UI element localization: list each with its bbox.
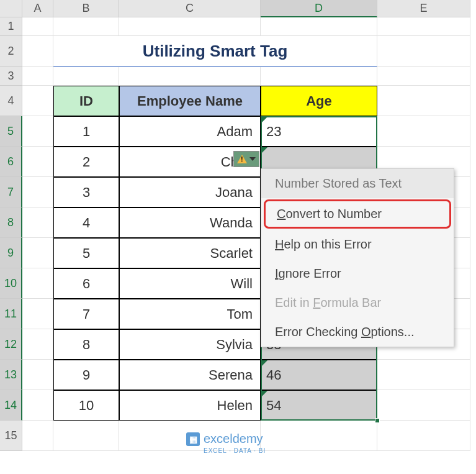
cell-E5[interactable] xyxy=(377,116,470,147)
cell-A14[interactable] xyxy=(22,390,53,421)
cell-A7[interactable] xyxy=(22,177,53,207)
cell-name-10[interactable]: Will xyxy=(119,268,261,299)
row-header-5[interactable]: 5 xyxy=(0,116,22,147)
row-header-6[interactable]: 6 xyxy=(0,147,22,177)
cell-id-6[interactable]: 2 xyxy=(53,147,119,177)
cell-A5[interactable] xyxy=(22,116,53,147)
row-header-14[interactable]: 14 xyxy=(0,390,22,421)
row-header-8[interactable]: 8 xyxy=(0,207,22,238)
cell-A4[interactable] xyxy=(22,86,53,116)
header-name[interactable]: Employee Name xyxy=(119,86,261,116)
cell-A2[interactable] xyxy=(22,36,53,67)
row-header-3[interactable]: 3 xyxy=(0,67,22,86)
cell-E3[interactable] xyxy=(377,67,470,86)
col-header-C[interactable]: C xyxy=(119,0,261,17)
cell-A3[interactable] xyxy=(22,67,53,86)
col-header-D[interactable]: D xyxy=(261,0,377,17)
cell-id-9[interactable]: 5 xyxy=(53,238,119,268)
watermark-text: exceldemy xyxy=(204,432,263,446)
cell-name-5[interactable]: Adam xyxy=(119,116,261,147)
cell-id-13[interactable]: 9 xyxy=(53,360,119,390)
row-header-9[interactable]: 9 xyxy=(0,238,22,268)
col-header-B[interactable]: B xyxy=(53,0,119,17)
cell-age-14[interactable]: 54 xyxy=(261,390,377,421)
col-header-E[interactable]: E xyxy=(377,0,470,17)
menu-opts-post: ptions... xyxy=(371,325,415,339)
cell-id-11[interactable]: 7 xyxy=(53,299,119,329)
menu-edit-formula-bar: Edit in Formula Bar xyxy=(261,288,454,317)
cell-A11[interactable] xyxy=(22,299,53,329)
row-header-11[interactable]: 11 xyxy=(0,299,22,329)
cell-age-5[interactable]: 23 xyxy=(261,116,377,147)
cell-id-7[interactable]: 3 xyxy=(53,177,119,207)
smart-tag-menu: Number Stored as Text Convert to Number … xyxy=(261,168,454,347)
row-header-1[interactable]: 1 xyxy=(0,17,22,36)
select-all-corner[interactable] xyxy=(0,0,22,17)
row-header-12[interactable]: 12 xyxy=(0,329,22,360)
cell-id-14[interactable]: 10 xyxy=(53,390,119,421)
row-header-15[interactable]: 15 xyxy=(0,421,22,451)
text-stored-indicator-icon xyxy=(261,391,267,397)
cell-E4[interactable] xyxy=(377,86,470,116)
cell-A1[interactable] xyxy=(22,17,53,36)
cell-A9[interactable] xyxy=(22,238,53,268)
cell-name-14[interactable]: Helen xyxy=(119,390,261,421)
cell-name-8[interactable]: Wanda xyxy=(119,207,261,238)
cell-D15[interactable] xyxy=(261,421,377,451)
cell-B15[interactable] xyxy=(53,421,119,451)
selection-fill-handle[interactable] xyxy=(375,418,380,423)
cell-A12[interactable] xyxy=(22,329,53,360)
title-cell[interactable]: Utilizing Smart Tag xyxy=(53,36,377,67)
row-header-7[interactable]: 7 xyxy=(0,177,22,207)
cell-A8[interactable] xyxy=(22,207,53,238)
row-headers: 1 2 3 4 5 6 7 8 9 10 11 12 13 14 15 xyxy=(0,17,22,451)
cell-name-11[interactable]: Tom xyxy=(119,299,261,329)
cell-E13[interactable] xyxy=(377,360,470,390)
cell-A6[interactable] xyxy=(22,147,53,177)
row-header-13[interactable]: 13 xyxy=(0,360,22,390)
menu-opts-accel: O xyxy=(361,325,371,339)
smart-tag-button[interactable] xyxy=(233,151,259,167)
cell-A10[interactable] xyxy=(22,268,53,299)
menu-edit-accel: F xyxy=(313,296,320,309)
chevron-down-icon xyxy=(249,157,256,161)
col-header-A[interactable]: A xyxy=(22,0,53,17)
row-header-4[interactable]: 4 xyxy=(0,86,22,116)
cell-A13[interactable] xyxy=(22,360,53,390)
menu-help-on-error[interactable]: Help on this Error xyxy=(261,230,454,259)
row-header-2[interactable]: 2 xyxy=(0,36,22,67)
cell-age-13[interactable]: 46 xyxy=(261,360,377,390)
menu-ignore-error[interactable]: Ignore Error xyxy=(261,259,454,288)
menu-opts-pre: Error Checking xyxy=(275,325,361,339)
cell-id-5[interactable]: 1 xyxy=(53,116,119,147)
cell-id-12[interactable]: 8 xyxy=(53,329,119,360)
cell-id-10[interactable]: 6 xyxy=(53,268,119,299)
cell-B1[interactable] xyxy=(53,17,119,36)
cell-id-8[interactable]: 4 xyxy=(53,207,119,238)
cell-name-12[interactable]: Sylvia xyxy=(119,329,261,360)
cell-D1[interactable] xyxy=(261,17,377,36)
menu-title: Number Stored as Text xyxy=(261,169,454,198)
header-age[interactable]: Age xyxy=(261,86,377,116)
cell-name-7[interactable]: Joana xyxy=(119,177,261,207)
row-header-10[interactable]: 10 xyxy=(0,268,22,299)
text-stored-indicator-icon xyxy=(261,360,267,367)
menu-convert-to-number[interactable]: Convert to Number xyxy=(264,199,451,229)
cell-E14[interactable] xyxy=(377,390,470,421)
text-stored-indicator-icon xyxy=(261,117,267,123)
cell-A15[interactable] xyxy=(22,421,53,451)
cell-E15[interactable] xyxy=(377,421,470,451)
column-headers: A B C D E xyxy=(22,0,470,17)
cell-C3[interactable] xyxy=(119,67,261,86)
cell-name-9[interactable]: Scarlet xyxy=(119,238,261,268)
header-id[interactable]: ID xyxy=(53,86,119,116)
cell-E2[interactable] xyxy=(377,36,470,67)
cell-D3[interactable] xyxy=(261,67,377,86)
cell-name-13[interactable]: Serena xyxy=(119,360,261,390)
cell-B3[interactable] xyxy=(53,67,119,86)
watermark-logo-icon: ▦ xyxy=(186,432,200,446)
menu-error-checking-options[interactable]: Error Checking Options... xyxy=(261,317,454,347)
cell-C1[interactable] xyxy=(119,17,261,36)
menu-edit-post: ormula Bar xyxy=(320,296,381,309)
cell-E1[interactable] xyxy=(377,17,470,36)
